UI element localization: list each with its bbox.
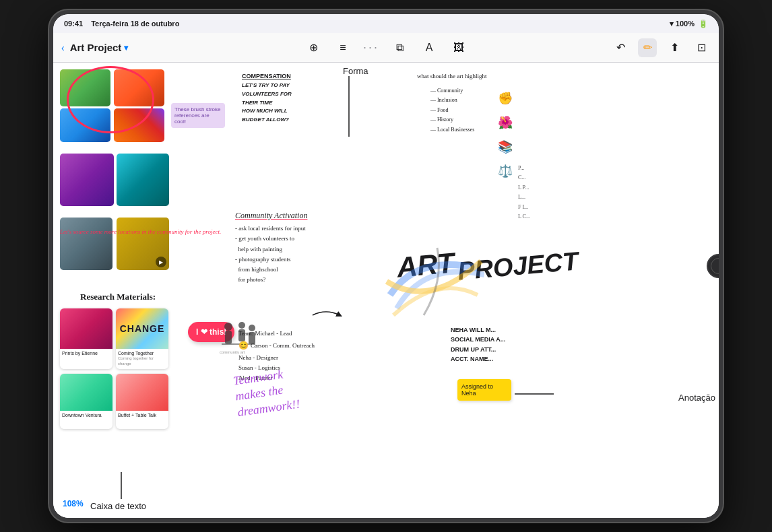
bottom-thumbnails: Prints by Etienne CHANGE Coming Together…: [60, 308, 168, 369]
coming-together-sub: Coming together for change: [118, 356, 166, 366]
toolbar-center: ⊕ ≡ ··· ⧉ A 🖼: [304, 38, 468, 57]
canvas: These brush stroke references are cool!: [53, 63, 719, 518]
pen-icon[interactable]: ✏: [638, 38, 657, 57]
layers-icon[interactable]: ⧉: [390, 38, 409, 57]
sticky-assigned-neha: Assigned to Neha: [457, 379, 511, 401]
date-display: Terça-feira 18 de outubro: [91, 20, 179, 28]
bottom-thumbnails-2: Downtown Ventura Buffet + Table Talk: [60, 374, 168, 429]
research-materials-label: Research Materials:: [80, 292, 156, 302]
map-thumbnail[interactable]: Downtown Ventura: [60, 374, 112, 429]
svg-rect-1: [225, 331, 232, 344]
community-list: — Community — Inclusion — Food — History…: [430, 86, 474, 135]
coming-together-label: Coming Together: [118, 351, 166, 356]
photo-group-top: [60, 69, 168, 143]
toolbar-left: ‹ Art Project ▾: [61, 42, 298, 53]
back-button[interactable]: ‹: [61, 42, 65, 53]
compensation-section: COMPENSATION LET'S TRY TO PAYVOLUNTEERS …: [242, 73, 292, 125]
community-emojis: ✊🌺📚⚖️: [498, 86, 513, 183]
compensation-title: COMPENSATION: [242, 73, 292, 79]
caixa-texto-line: [121, 472, 122, 499]
caixa-texto-label: Caixa de texto: [90, 501, 146, 511]
prints-thumbnail[interactable]: Prints by Etienne: [60, 308, 112, 369]
compensation-text: LET'S TRY TO PAYVOLUNTEERS FORTHEIR TIME…: [242, 81, 292, 125]
project-title[interactable]: Art Project ▾: [70, 42, 129, 53]
what-should-text: what should the art highlight: [417, 73, 487, 79]
forma-label: Forma: [343, 66, 368, 76]
undo-icon[interactable]: ↶: [611, 38, 630, 57]
prints-label: Prints by Etienne: [62, 351, 98, 356]
buffet-thumbnail[interactable]: Buffet + Table Talk: [116, 374, 168, 429]
time-display: 09:41: [64, 20, 83, 28]
buffet-label: Buffet + Table Talk: [118, 413, 156, 418]
edit-icon[interactable]: ⊡: [692, 38, 711, 57]
battery-icon: 🔋: [699, 20, 708, 28]
project-title-text: Art Project: [70, 42, 122, 53]
toolbar-right: ↶ ✏ ⬆ ⊡: [474, 38, 711, 57]
teamwork-text: Teamwork makes the dreamwork!!: [232, 365, 301, 420]
arrow-svg: [309, 305, 343, 325]
brush-note-text: These brush stroke references are cool!: [174, 106, 220, 125]
svg-point-0: [224, 323, 232, 331]
share-icon[interactable]: ⬆: [665, 38, 684, 57]
community-activation-section: Community Activation - ask local residen…: [235, 211, 307, 286]
status-right: ▾ 100% 🔋: [670, 20, 708, 28]
ipad-frame: 09:41 Terça-feira 18 de outubro ▾ 100% 🔋…: [49, 10, 723, 522]
brush-note: These brush stroke references are cool!: [171, 103, 225, 128]
text-icon[interactable]: A: [420, 38, 439, 57]
main-content[interactable]: These brush stroke references are cool!: [53, 63, 719, 518]
chevron-down-icon: ▾: [124, 43, 128, 53]
align-icon[interactable]: ≡: [333, 38, 352, 57]
zoom-indicator: 108%: [63, 499, 84, 508]
anotacao-label: Anotação: [678, 393, 715, 403]
status-bar: 09:41 Terça-feira 18 de outubro ▾ 100% 🔋: [53, 14, 719, 33]
photo-group-mid: [60, 154, 171, 207]
toolbar: ‹ Art Project ▾ ⊕ ≡ ··· ⧉ A 🖼 ↶ ✏ ⬆ ⊡: [53, 33, 719, 63]
community-bullets: - ask local residents for input - get yo…: [235, 224, 307, 286]
change-text: CHANGE: [120, 323, 165, 334]
photo-group-lower: ▶: [60, 218, 171, 271]
colored-strokes: [383, 241, 484, 322]
antenna-icon[interactable]: ⊕: [304, 38, 323, 57]
neha-text: NEHA WILL M...SOCIAL MEDIA A...DRUM UP A…: [451, 325, 505, 364]
status-left: 09:41 Terça-feira 18 de outubro: [64, 20, 179, 28]
community-activation-title: Community Activation: [235, 211, 307, 221]
anotacao-line: [515, 387, 555, 401]
more-dots: ···: [363, 40, 379, 55]
ipad-screen: 09:41 Terça-feira 18 de outubro ▾ 100% 🔋…: [53, 14, 719, 518]
svg-point-2: [238, 322, 245, 329]
home-button-inner: [711, 258, 723, 274]
pink-location-note: Let's source some more locations in the …: [60, 228, 221, 237]
map-label: Downtown Ventura: [62, 413, 102, 418]
image-icon[interactable]: 🖼: [449, 38, 468, 57]
forma-line: [348, 76, 350, 137]
right-column-list: P...C...L P...L...F I...L C...: [518, 164, 530, 222]
wifi-icon: ▾ 100%: [670, 20, 695, 28]
change-poster-thumbnail[interactable]: CHANGE Coming Together Coming together f…: [116, 308, 168, 369]
